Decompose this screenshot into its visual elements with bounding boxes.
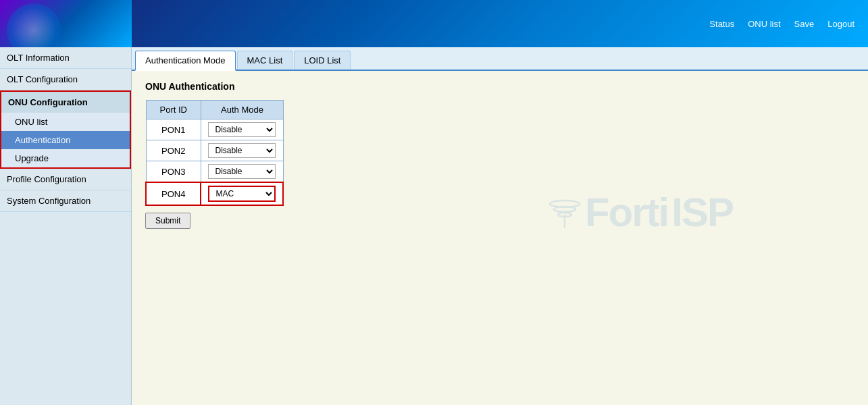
cell-port-id: PON1 [146, 119, 201, 140]
col-auth-mode: Auth Mode [201, 101, 283, 119]
cell-port-id: PON3 [146, 161, 201, 183]
save-link[interactable]: Save [794, 19, 815, 29]
sidebar-item-authentication[interactable]: Authentication [1, 131, 130, 149]
sidebar-group-onu-configuration[interactable]: ONU Configuration [0, 90, 131, 113]
layout: OLT Information OLT Configuration ONU Co… [0, 47, 868, 405]
header: Status ONU list Save Logout [0, 0, 868, 47]
cell-port-id: PON2 [146, 140, 201, 161]
tabs-bar: Authentication Mode MAC List LOID List [132, 47, 868, 71]
main-content: Authentication Mode MAC List LOID List O… [132, 47, 868, 405]
status-link[interactable]: Status [709, 19, 734, 29]
header-logo [0, 0, 132, 47]
sidebar-item-olt-information[interactable]: OLT Information [0, 47, 131, 69]
sidebar-item-system-configuration[interactable]: System Configuration [0, 190, 131, 212]
sidebar-item-onu-list[interactable]: ONU list [1, 113, 130, 131]
tab-mac-list[interactable]: MAC List [237, 51, 293, 70]
cell-port-id: PON4 [146, 182, 201, 205]
auth-mode-select-pon4[interactable]: DisableMACLOIDMAC+LOID [208, 186, 276, 202]
cell-auth-mode: DisableMACLOIDMAC+LOID [201, 182, 283, 205]
table-row: PON3DisableMACLOIDMAC+LOID [146, 161, 283, 183]
logout-link[interactable]: Logout [827, 19, 854, 29]
sidebar-item-olt-configuration[interactable]: OLT Configuration [0, 69, 131, 90]
auth-mode-select-pon1[interactable]: DisableMACLOIDMAC+LOID [208, 122, 276, 137]
section-title: ONU Authentication [145, 81, 854, 92]
col-port-id: Port ID [146, 101, 201, 119]
sidebar-item-upgrade[interactable]: Upgrade [1, 149, 130, 167]
cell-auth-mode: DisableMACLOIDMAC+LOID [201, 161, 283, 183]
table-row: PON2DisableMACLOIDMAC+LOID [146, 140, 283, 161]
tab-auth-mode[interactable]: Authentication Mode [135, 51, 236, 71]
sidebar-item-profile-configuration[interactable]: Profile Configuration [0, 169, 131, 190]
auth-table: Port ID Auth Mode PON1DisableMACLOIDMAC+… [145, 100, 284, 206]
table-row: PON4DisableMACLOIDMAC+LOID [146, 182, 283, 205]
cell-auth-mode: DisableMACLOIDMAC+LOID [201, 119, 283, 140]
sidebar-sub-items: ONU list Authentication Upgrade [0, 113, 131, 169]
auth-mode-select-pon2[interactable]: DisableMACLOIDMAC+LOID [208, 143, 276, 158]
table-row: PON1DisableMACLOIDMAC+LOID [146, 119, 283, 140]
onu-list-link[interactable]: ONU list [748, 19, 780, 29]
tab-loid-list[interactable]: LOID List [294, 51, 351, 70]
auth-mode-select-pon3[interactable]: DisableMACLOIDMAC+LOID [208, 164, 276, 179]
header-nav: Status ONU list Save Logout [709, 19, 854, 29]
cell-auth-mode: DisableMACLOIDMAC+LOID [201, 140, 283, 161]
content-area: ONU Authentication Port ID Auth Mode PON… [132, 71, 868, 239]
sidebar: OLT Information OLT Configuration ONU Co… [0, 47, 132, 405]
submit-button[interactable]: Submit [145, 213, 190, 229]
